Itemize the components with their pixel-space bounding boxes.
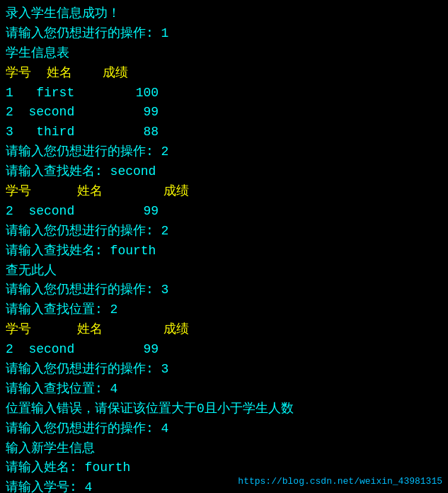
terminal-line-17: 2 second 99 — [6, 340, 442, 360]
terminal-line-7: 请输入您仍想进行的操作: 2 — [6, 142, 442, 162]
terminal-line-0: 录入学生信息成功！ — [6, 4, 442, 24]
terminal-line-4: 1 first 100 — [6, 84, 442, 103]
terminal-line-1: 请输入您仍想进行的操作: 1 — [6, 24, 442, 44]
terminal-output: 录入学生信息成功！请输入您仍想进行的操作: 1学生信息表学号 姓名 成绩1 fi… — [6, 4, 442, 493]
terminal-line-21: 请输入您仍想进行的操作: 4 — [6, 419, 442, 439]
terminal-line-14: 请输入您仍想进行的操作: 3 — [6, 280, 442, 300]
terminal-line-13: 查无此人 — [6, 261, 442, 281]
terminal-line-6: 3 third 88 — [6, 123, 442, 142]
watermark: https://blog.csdn.net/weixin_43981315 — [238, 475, 442, 489]
terminal-line-9: 学号 姓名 成绩 — [6, 182, 442, 202]
terminal-line-10: 2 second 99 — [6, 202, 442, 222]
terminal-line-19: 请输入查找位置: 4 — [6, 380, 442, 400]
terminal-line-11: 请输入您仍想进行的操作: 2 — [6, 222, 442, 242]
terminal-line-22: 输入新学生信息 — [6, 439, 442, 459]
terminal-line-8: 请输入查找姓名: second — [6, 162, 442, 182]
terminal-line-18: 请输入您仍想进行的操作: 3 — [6, 360, 442, 380]
terminal-line-20: 位置输入错误，请保证该位置大于0且小于学生人数 — [6, 400, 442, 419]
terminal-line-12: 请输入查找姓名: fourth — [6, 242, 442, 261]
terminal-line-15: 请输入查找位置: 2 — [6, 300, 442, 320]
terminal-line-16: 学号 姓名 成绩 — [6, 320, 442, 340]
terminal-line-5: 2 second 99 — [6, 103, 442, 123]
terminal-line-2: 学生信息表 — [6, 44, 442, 64]
terminal-line-3: 学号 姓名 成绩 — [6, 64, 442, 84]
